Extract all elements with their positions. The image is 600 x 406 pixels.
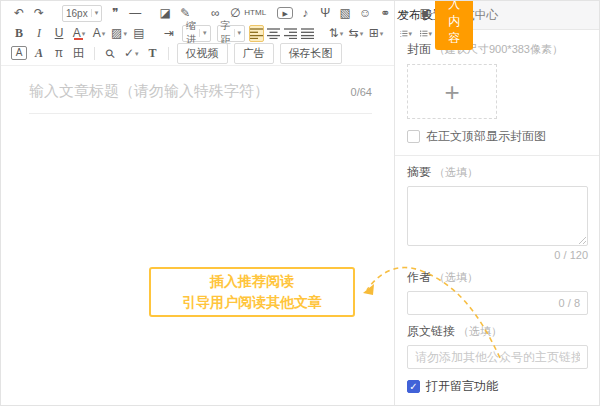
- blockquote-icon[interactable]: ❞: [107, 5, 123, 22]
- media-card-icon[interactable]: ▣: [417, 5, 433, 22]
- html-source-icon[interactable]: HTML: [247, 5, 263, 22]
- resize-grip-icon[interactable]: [578, 236, 586, 244]
- find-replace-icon[interactable]: ⚲: [98, 41, 121, 64]
- source-link-label: 原文链接: [407, 323, 455, 340]
- align-justify-icon[interactable]: [300, 25, 315, 42]
- align-left-icon[interactable]: [249, 25, 264, 42]
- toolbar-row-1: ↶ ↷ 16px ▾ ❞ — ◪ ✎ ∞ ∅ HTML ▶ ♪ Ψ: [9, 3, 388, 23]
- chevron-down-icon: ▾: [199, 29, 207, 37]
- vote-chart-icon[interactable]: ılı: [397, 5, 413, 22]
- formula-icon[interactable]: π: [51, 45, 67, 62]
- enable-comments-checkbox-row[interactable]: ✓ 打开留言功能: [407, 378, 588, 395]
- horizontal-rule-icon[interactable]: —: [127, 5, 143, 22]
- show-cover-in-body-checkbox-row[interactable]: 在正文顶部显示封面图: [407, 128, 588, 145]
- italic-icon[interactable]: I: [31, 25, 47, 42]
- image-icon[interactable]: ▧: [337, 5, 353, 22]
- summary-textarea[interactable]: [407, 186, 588, 246]
- cover-label: 封面: [407, 41, 431, 58]
- undo-icon[interactable]: ↶: [11, 5, 27, 22]
- background-color-icon[interactable]: ▨▾: [111, 25, 127, 42]
- insert-recommend-tooltip: 插入推荐阅读 引导用户阅读其他文章: [149, 267, 355, 317]
- chevron-down-icon: ▾: [340, 30, 344, 37]
- enable-comments-label: 打开留言功能: [426, 378, 498, 395]
- align-center-icon[interactable]: [266, 25, 281, 42]
- drop-cap-icon[interactable]: A: [11, 46, 27, 60]
- source-link-optional-hint: （选填）: [458, 324, 502, 339]
- divider: [168, 47, 169, 60]
- summary-char-counter: 0 / 120: [407, 249, 588, 261]
- clear-format-icon[interactable]: ◪: [157, 5, 173, 22]
- article-title-input[interactable]: 输入文章标题（请勿输入特殊字符）: [29, 82, 351, 101]
- editor-pane: ↶ ↷ 16px ▾ ❞ — ◪ ✎ ∞ ∅ HTML ▶ ♪ Ψ: [1, 1, 395, 405]
- align-right-icon[interactable]: [283, 25, 298, 42]
- video-only-button[interactable]: 仅视频: [177, 43, 228, 64]
- summary-optional-hint: （选填）: [434, 165, 478, 180]
- followers-only-comment-label[interactable]: 仅关注后可留言: [514, 404, 574, 405]
- cover-upload-box[interactable]: +: [407, 64, 497, 119]
- color-swatch: [74, 38, 83, 40]
- comment-permission-radios: 所有人可留言 仅关注后可留言: [407, 404, 588, 405]
- unordered-list-icon[interactable]: ▾: [418, 25, 434, 42]
- chevron-down-icon: ▾: [234, 29, 242, 37]
- editor-toolbar: ↶ ↷ 16px ▾ ❞ — ◪ ✎ ∞ ∅ HTML ▶ ♪ Ψ: [1, 1, 394, 66]
- letter-spacing-select[interactable]: 字距 ▾: [217, 25, 246, 42]
- video-icon[interactable]: ▶: [277, 7, 293, 19]
- word-art-icon[interactable]: A: [31, 45, 47, 62]
- source-link-input[interactable]: 请勿添加其他公众号的主页链接: [407, 345, 588, 369]
- checkbox-unchecked-icon[interactable]: [407, 130, 420, 143]
- source-link-placeholder: 请勿添加其他公众号的主页链接: [415, 349, 580, 366]
- chevron-down-icon: ▾: [380, 30, 384, 37]
- font-size-select[interactable]: 16px ▾: [62, 5, 102, 22]
- toolbar-row-2: B I U A▾ A▾ ▨▾ ▤ ⇥ 缩进 ▾ 字距 ▾: [9, 23, 388, 43]
- summary-label: 摘要: [407, 164, 431, 181]
- author-input[interactable]: 0 / 8: [407, 291, 588, 315]
- emoji-icon[interactable]: ☺: [357, 5, 373, 22]
- everyone-can-comment-label[interactable]: 所有人可留言: [431, 404, 482, 405]
- svg-text:1: 1: [400, 30, 402, 32]
- indent-select[interactable]: 缩进 ▾: [182, 25, 211, 42]
- word-spacing-icon[interactable]: ⇆▾: [348, 25, 364, 42]
- ordered-list-icon[interactable]: ​123 ▾: [398, 25, 414, 42]
- font-size-value: 16px: [66, 8, 88, 19]
- tooltip-line-2: 引导用户阅读其他文章: [182, 292, 322, 313]
- app-window: ↶ ↷ 16px ▾ ❞ — ◪ ✎ ∞ ∅ HTML ▶ ♪ Ψ: [0, 0, 600, 406]
- microphone-icon[interactable]: Ψ: [317, 5, 333, 22]
- bold-icon[interactable]: B: [11, 25, 27, 42]
- ad-button[interactable]: 广告: [234, 43, 274, 64]
- card-link-icon[interactable]: ⚭: [377, 5, 393, 22]
- author-label: 作者: [407, 269, 431, 286]
- publish-settings-body: 封面 （建议尺寸900*383像素） + 在正文顶部显示封面图 摘要 （选填） …: [395, 30, 600, 405]
- text-color-icon[interactable]: A▾: [71, 25, 87, 42]
- settings-panel: 发布设置 样式中心 封面 （建议尺寸900*383像素） + 在正文顶部显示封面…: [395, 1, 600, 405]
- underline-icon[interactable]: U: [51, 25, 67, 42]
- article-body-editor[interactable]: [1, 114, 394, 405]
- chevron-down-icon: ▾: [360, 30, 364, 37]
- section-divider: [395, 155, 600, 156]
- highlight-color-icon[interactable]: A▾: [91, 25, 107, 42]
- svg-text:2: 2: [400, 32, 402, 34]
- text-tool-icon[interactable]: T: [145, 45, 161, 62]
- import-content-button[interactable]: 导入内容: [435, 0, 473, 50]
- chevron-down-icon: ▾: [91, 9, 99, 17]
- chevron-down-icon: ▾: [429, 30, 433, 37]
- chevron-down-icon: ▾: [102, 30, 106, 37]
- insert-image-icon[interactable]: ▤: [131, 25, 147, 42]
- checkbox-checked-icon[interactable]: ✓: [407, 380, 420, 393]
- redo-icon[interactable]: ↷: [31, 5, 47, 22]
- spellcheck-icon[interactable]: ✓▾: [122, 45, 141, 62]
- line-height-icon[interactable]: ⇅▾: [328, 25, 344, 42]
- music-icon[interactable]: ♪: [297, 5, 313, 22]
- chevron-down-icon: ▾: [135, 50, 139, 57]
- title-block: 输入文章标题（请勿输入特殊字符） 0/64: [1, 66, 394, 114]
- author-optional-hint: （选填）: [434, 270, 478, 285]
- author-char-counter: 0 / 8: [559, 297, 580, 309]
- table-icon[interactable]: 田: [71, 45, 87, 62]
- chevron-down-icon: ▾: [82, 30, 86, 37]
- plus-icon: +: [444, 79, 459, 105]
- svg-text:3: 3: [400, 34, 402, 36]
- divider: [94, 47, 95, 60]
- border-style-icon[interactable]: ⊞▾: [368, 25, 384, 42]
- save-long-image-button[interactable]: 保存长图: [280, 43, 342, 64]
- chevron-down-icon: ▾: [123, 30, 127, 37]
- indent-icon[interactable]: ⇥: [161, 25, 177, 42]
